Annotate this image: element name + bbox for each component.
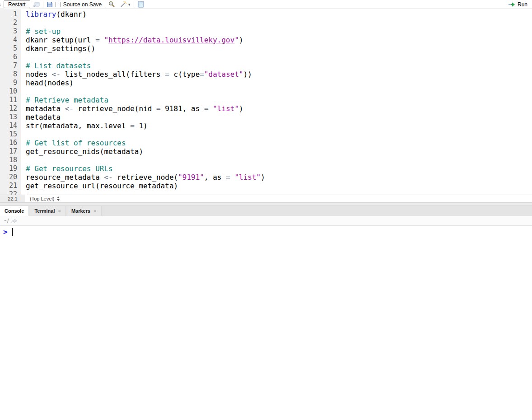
tab-markers[interactable]: Markers × <box>67 206 102 216</box>
line-number: 20 <box>0 173 21 182</box>
line-number: 7 <box>0 61 21 70</box>
code-line[interactable] <box>26 19 532 27</box>
code-line[interactable] <box>26 190 532 195</box>
working-directory[interactable]: ~/ <box>4 218 9 224</box>
console[interactable]: > <box>0 226 532 420</box>
code-line[interactable]: resource_metadata <- retrieve_node("9191… <box>26 173 532 182</box>
scope-updown-icon <box>57 196 60 201</box>
line-number: 22 <box>0 190 21 195</box>
line-number: 19 <box>0 164 21 173</box>
code-line[interactable]: # Get list of resources <box>26 139 532 147</box>
restart-button[interactable]: Restart <box>4 0 30 8</box>
rstudio-window: ‹ Restart Source on Save <box>0 0 532 420</box>
line-number: 4 <box>0 36 21 44</box>
tab-label: Console <box>5 208 24 214</box>
console-toolbar: ~/ <box>0 216 532 226</box>
run-button[interactable]: Run <box>508 0 527 9</box>
code-line[interactable] <box>26 156 532 164</box>
close-icon[interactable]: × <box>93 208 96 214</box>
editor-caret <box>26 191 26 195</box>
code-line[interactable] <box>26 53 532 61</box>
bottom-tabbar: Console Terminal × Markers × <box>0 206 532 216</box>
code-line[interactable]: dkanr_settings() <box>26 44 532 53</box>
save-icon[interactable] <box>47 1 53 8</box>
popout-icon[interactable] <box>33 1 40 8</box>
separator <box>105 1 105 8</box>
code-line[interactable]: get_resource_url(resource_metadata) <box>26 182 532 190</box>
code-line[interactable]: library(dkanr) <box>26 10 532 19</box>
magic-wand-icon[interactable] <box>120 1 127 8</box>
code-area[interactable]: library(dkanr)# set-updkanr_setup(url = … <box>21 9 532 195</box>
line-number: 9 <box>0 79 21 87</box>
line-number: 10 <box>0 87 21 96</box>
separator <box>134 1 134 8</box>
line-number: 14 <box>0 121 21 130</box>
code-line[interactable]: str(metadata, max.level = 1) <box>26 121 532 130</box>
source-editor[interactable]: 12345678910111213141516171819202122 libr… <box>0 9 532 195</box>
line-number: 1 <box>0 10 21 19</box>
code-line[interactable]: # Retrieve metadata <box>26 96 532 104</box>
editor-statusbar: 22:1 (Top Level) <box>0 195 532 202</box>
line-number: 11 <box>0 96 21 104</box>
pane-separator[interactable] <box>0 202 532 206</box>
cursor-position: 22:1 <box>0 195 25 202</box>
run-label: Run <box>518 1 527 8</box>
console-prompt: > <box>3 228 8 236</box>
scope-selector[interactable]: (Top Level) <box>30 196 60 201</box>
close-icon[interactable]: × <box>58 208 61 214</box>
line-number: 18 <box>0 156 21 164</box>
line-number: 8 <box>0 70 21 79</box>
code-line[interactable]: metadata <- retrieve_node(nid = 9181, as… <box>26 104 532 113</box>
line-number: 6 <box>0 53 21 61</box>
line-number: 21 <box>0 182 21 190</box>
line-number: 5 <box>0 44 21 53</box>
line-number: 17 <box>0 147 21 156</box>
code-line[interactable]: # set-up <box>26 27 532 36</box>
editor-toolbar: ‹ Restart Source on Save <box>0 0 532 9</box>
code-line[interactable] <box>26 130 532 139</box>
line-number: 15 <box>0 130 21 139</box>
code-line[interactable]: dkanr_setup(url = "https://data.louisvil… <box>26 36 532 44</box>
source-on-save-checkbox[interactable] <box>56 2 61 7</box>
gutter: 12345678910111213141516171819202122 <box>0 9 21 195</box>
code-line[interactable]: get_resource_nids(metadata) <box>26 147 532 156</box>
line-number: 16 <box>0 139 21 147</box>
code-line[interactable]: # List datasets <box>26 61 532 70</box>
console-caret <box>12 228 13 236</box>
wand-dropdown-caret-icon[interactable]: ▾ <box>128 2 131 7</box>
source-on-save-label: Source on Save <box>63 1 102 8</box>
toolbar-overflow-chevron-icon[interactable]: ‹ <box>0 0 3 9</box>
tab-label: Markers <box>71 208 90 214</box>
code-line[interactable]: head(nodes) <box>26 79 532 87</box>
tab-console[interactable]: Console <box>0 206 29 216</box>
code-line[interactable]: nodes <- list_nodes_all(filters = c(type… <box>26 70 532 79</box>
line-number: 2 <box>0 19 21 27</box>
tab-label: Terminal <box>34 208 55 214</box>
code-line[interactable]: metadata <box>26 113 532 121</box>
search-icon[interactable] <box>108 1 115 8</box>
run-icon <box>508 1 516 8</box>
line-number: 13 <box>0 113 21 121</box>
line-number: 3 <box>0 27 21 36</box>
code-line[interactable] <box>26 87 532 96</box>
code-line[interactable]: # Get resources URLs <box>26 164 532 173</box>
notebook-icon[interactable] <box>137 1 145 8</box>
line-number: 12 <box>0 104 21 113</box>
separator <box>43 1 43 8</box>
scope-label: (Top Level) <box>30 196 54 201</box>
goto-directory-icon[interactable] <box>11 218 18 224</box>
tab-terminal[interactable]: Terminal × <box>30 206 65 216</box>
